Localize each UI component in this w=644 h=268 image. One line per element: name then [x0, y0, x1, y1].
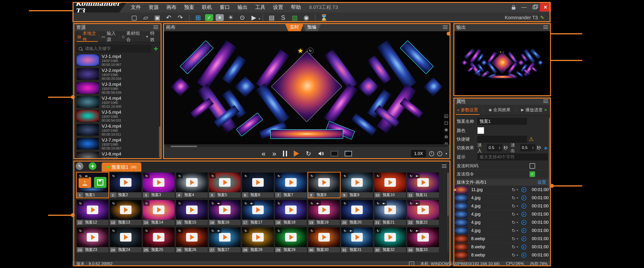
media-loop-icon[interactable]: ↻: [512, 236, 516, 242]
media-loop-icon[interactable]: ↻: [512, 203, 516, 209]
preset-tile-11[interactable]: ↻11预案11: [407, 172, 439, 198]
open-output-icon[interactable]: ✓: [205, 14, 213, 21]
resource-menu-icon[interactable]: [153, 26, 158, 29]
output-preview[interactable]: ★↻: [453, 31, 551, 96]
pause-button[interactable]: [283, 151, 287, 156]
preset-play-button[interactable]: [87, 233, 98, 242]
media-row[interactable]: 8.webp↻▾▶00:01:00: [454, 251, 548, 259]
preset-play-button[interactable]: [351, 206, 363, 214]
menu-item-2[interactable]: 资源: [145, 4, 162, 10]
preset-scrollbar[interactable]: [447, 172, 449, 216]
menu-item-1[interactable]: 文件: [127, 4, 145, 10]
media-loop-caret-icon[interactable]: ▾: [516, 188, 518, 191]
send-command-checkbox[interactable]: ✓: [530, 172, 535, 177]
menu-item-7[interactable]: 输出: [234, 4, 252, 10]
preset-tile-15[interactable]: ↻15预案15: [176, 200, 208, 225]
media-loop-icon[interactable]: ↻: [512, 228, 516, 234]
save-preset-button[interactable]: [94, 177, 106, 188]
preset-play-button[interactable]: [153, 206, 164, 214]
menu-item-10[interactable]: 帮助: [287, 4, 305, 10]
preset-tile-7[interactable]: ↻7预案7: [275, 172, 307, 198]
resource-scrollbar[interactable]: [159, 126, 160, 158]
lock-button[interactable]: [508, 2, 519, 12]
media-clock-icon[interactable]: ▶: [522, 236, 526, 241]
preset-tile-32[interactable]: ↻32预案32: [374, 228, 406, 252]
media-row[interactable]: 4.jpg↻▾▶00:01:00: [454, 218, 548, 227]
led-screen[interactable]: [271, 130, 343, 138]
preset-play-button[interactable]: [417, 178, 429, 187]
properties-tab-3[interactable]: ▶播放进度➤: [520, 105, 548, 115]
preset-play-button[interactable]: [252, 233, 264, 242]
media-clock-icon[interactable]: ▶: [522, 204, 526, 209]
preset-play-button[interactable]: [285, 178, 297, 187]
countdown-timer-icon[interactable]: ⌛: [320, 14, 328, 22]
speed-caret-icon[interactable]: ▾: [446, 152, 447, 156]
file-item[interactable]: VJ-6.mp41920*108000:00:10:011: [73, 124, 161, 138]
menu-item-6[interactable]: 窗口: [216, 4, 234, 10]
preset-play-button[interactable]: [285, 233, 297, 242]
preset-name-field[interactable]: 预案1: [478, 118, 527, 125]
preset-tile-4[interactable]: ↻4预案4: [176, 172, 208, 198]
brightness-icon[interactable]: ☀: [226, 14, 235, 22]
canvas-hscroll-track[interactable]: [166, 145, 448, 147]
search-box[interactable]: [76, 44, 151, 53]
preset-play-button[interactable]: [384, 206, 396, 214]
preset-tile-23[interactable]: ↻23预案23: [77, 228, 108, 252]
search-input[interactable]: [84, 46, 149, 52]
menu-item-9[interactable]: 设置: [269, 4, 287, 10]
preset-play-button[interactable]: [285, 206, 297, 214]
preset-tile-10[interactable]: ↻10预案10: [374, 172, 406, 198]
redo-icon[interactable]: ↷: [176, 14, 185, 22]
resource-tab-1[interactable]: ▤本地文件: [75, 31, 99, 42]
tab-preedit[interactable]: 预编: [302, 23, 322, 31]
preset-tile-8[interactable]: ↻8预案8: [308, 172, 340, 198]
screen-management-icon[interactable]: ⊞: [194, 14, 203, 22]
media-clock-icon[interactable]: ▶: [522, 187, 526, 192]
menu-item-4[interactable]: 预案: [180, 4, 198, 10]
output-settings-icon[interactable]: ⊙: [238, 14, 247, 22]
media-loop-icon[interactable]: ↻: [512, 212, 516, 217]
preset-tile-21[interactable]: ↻21预案21: [374, 200, 406, 225]
add-group-button[interactable]: +: [89, 162, 96, 170]
media-row[interactable]: 4.jpg↻▾▶00:01:00: [454, 194, 548, 202]
preset-play-button[interactable]: [186, 233, 198, 242]
effect-cube-icon[interactable]: ◈: [544, 145, 548, 151]
preset-play-button[interactable]: [351, 178, 363, 187]
preset-tile-26[interactable]: ↻26预案26: [176, 228, 208, 252]
edit-device-name-icon[interactable]: ✎: [540, 15, 544, 20]
media-loop-caret-icon[interactable]: ▾: [516, 237, 518, 240]
preset-play-button[interactable]: [87, 206, 98, 214]
media-loop-icon[interactable]: ↻: [512, 244, 516, 250]
preset-tile-31[interactable]: ↻31预案31: [341, 228, 373, 252]
preset-play-button[interactable]: [318, 233, 330, 242]
stepper-arrows-icon[interactable]: ▲▼: [532, 146, 534, 150]
preset-play-button[interactable]: [351, 233, 363, 242]
preset-tile-19[interactable]: ↻19预案19: [308, 200, 340, 225]
preset-play-button[interactable]: [153, 233, 164, 242]
led-screen[interactable]: [538, 60, 543, 66]
file-item[interactable]: VJ-4.mp41920*108000:01:10:400: [73, 96, 161, 110]
preset-tile-9[interactable]: ↻9预案9: [341, 172, 373, 198]
media-clock-icon[interactable]: ▶: [522, 244, 526, 250]
media-row[interactable]: 4.jpg↻▾▶00:01:00: [454, 202, 548, 210]
resource-tab-3[interactable]: ◇素材组合: [120, 31, 143, 42]
hotkey-field[interactable]: [478, 136, 527, 142]
led-screen[interactable]: [481, 60, 487, 66]
restore-button[interactable]: [529, 2, 540, 12]
preset-tile-18[interactable]: ↻18预案18: [275, 200, 307, 225]
snapshot-icon[interactable]: ◉: [302, 14, 311, 22]
media-clock-icon[interactable]: ▶: [522, 228, 526, 233]
close-button[interactable]: ×: [540, 3, 551, 12]
led-screen[interactable]: [492, 76, 513, 78]
file-item[interactable]: VJ-7.mp41920*108000:00:10:067: [73, 138, 161, 152]
fast-forward-button[interactable]: »: [272, 150, 276, 157]
fade-in-stepper[interactable]: 0.5▲▼: [487, 144, 502, 151]
file-item[interactable]: VJ-5.mp41920*108000:00:54:031: [73, 110, 161, 124]
led-screen[interactable]: [171, 77, 190, 96]
preset-tile-29[interactable]: ↻29预案29: [275, 228, 307, 252]
media-loop-caret-icon[interactable]: ▾: [516, 229, 518, 232]
preset-tile-20[interactable]: ↻20预案20: [341, 200, 373, 225]
media-loop-icon[interactable]: ↻: [512, 220, 516, 225]
media-loop-icon[interactable]: ↻: [512, 252, 516, 258]
open-project-icon[interactable]: ▱: [141, 14, 150, 22]
